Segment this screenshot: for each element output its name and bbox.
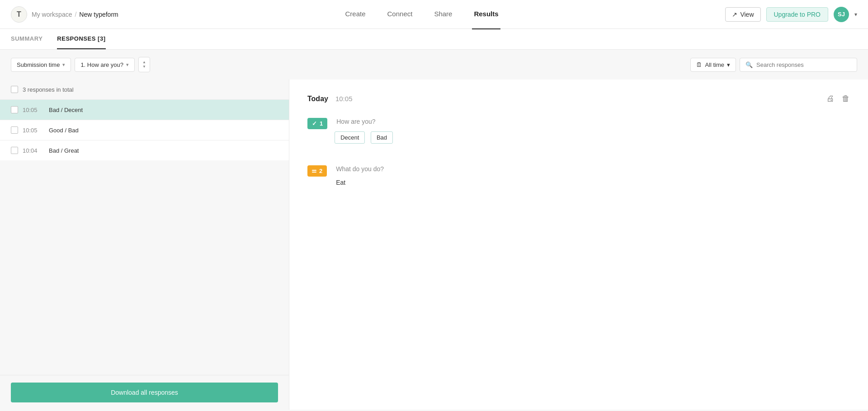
response-row[interactable]: 10:05 Good / Bad [0,120,289,140]
answer-text-eat: Eat [336,179,384,186]
badge-number-2: 2 [319,168,322,174]
main-split: 3 responses in total 10:05 Bad / Decent … [0,79,868,410]
breadcrumb-sep: / [75,11,76,18]
question-chevron-icon: ▾ [126,62,129,68]
search-input[interactable] [756,61,847,68]
badge-number-1: 1 [320,120,323,127]
response-checkbox-2[interactable] [11,126,18,134]
search-icon: 🔍 [745,61,753,68]
date-filter-button[interactable]: 🗓 All time ▾ [690,58,736,72]
responses-header: 3 responses in total [0,79,289,99]
submission-time-filter[interactable]: Submission time ▾ [11,58,71,72]
answer-tag-bad: Bad [371,131,393,144]
tab-summary[interactable]: Summary [11,29,42,49]
question-block-1: ✓ 1 How are you? Decent Bad [307,118,850,147]
filter-bar: Submission time ▾ 1. How are you? ▾ ▲ ▼ … [0,50,868,79]
left-bottom: Download all responses [0,375,289,410]
upgrade-button[interactable]: Upgrade to PRO [766,7,829,22]
answer-tag-decent: Decent [335,131,365,144]
question-block-2: 2 What do you do? Eat [307,165,850,186]
print-button[interactable]: 🖨 [826,94,835,103]
external-link-icon: ↗ [732,11,737,18]
app-logo: T [11,6,27,23]
delete-button[interactable]: 🗑 [842,94,850,103]
tabs-bar: Summary Responses [3] [0,29,868,50]
view-button[interactable]: ↗ View [725,7,760,22]
response-value-1: Bad / Decent [49,107,83,113]
left-panel: 3 responses in total 10:05 Bad / Decent … [0,79,289,410]
nav-share[interactable]: Share [432,0,454,29]
date-chevron-icon: ▾ [727,61,730,68]
date-filter-label: All time [705,61,724,68]
question-badge-1: ✓ 1 [307,118,327,129]
response-row[interactable]: 10:04 Bad / Great [0,140,289,160]
question-filter[interactable]: 1. How are you? ▾ [75,58,135,72]
calendar-icon: 🗓 [696,61,702,68]
nav-connect[interactable]: Connect [386,0,415,29]
detail-actions: 🖨 🗑 [826,94,850,103]
download-all-button[interactable]: Download all responses [11,383,278,402]
responses-count: 3 responses in total [23,86,74,93]
select-all-checkbox[interactable] [11,86,18,93]
form-title: New typeform [79,11,118,18]
question-text-2: What do you do? [336,165,384,173]
question-badge-2: 2 [307,165,327,177]
right-panel: Today 10:05 🖨 🗑 ✓ 1 [289,79,868,410]
main-nav: Create Connect Share Results [118,0,726,29]
response-time-2: 10:05 [23,127,44,134]
topnav-right-actions: ↗ View Upgrade to PRO SJ ▾ [725,7,857,22]
nav-results[interactable]: Results [472,0,500,29]
response-row[interactable]: 10:05 Bad / Decent [0,99,289,120]
sort-arrows-button[interactable]: ▲ ▼ [138,57,150,72]
avatar-chevron-icon[interactable]: ▾ [854,11,857,18]
tab-responses[interactable]: Responses [3] [57,29,105,49]
response-detail-time: 10:05 [335,95,353,103]
submission-time-label: Submission time [17,61,60,68]
question-answers-1: Decent Bad [335,131,396,147]
sort-up-icon: ▲ [142,61,146,64]
avatar[interactable]: SJ [834,7,849,22]
content-area: Submission time ▾ 1. How are you? ▾ ▲ ▼ … [0,50,868,410]
response-value-3: Bad / Great [49,147,79,154]
top-navigation: T My workspace / New typeform Create Con… [0,0,868,29]
question-filter-label: 1. How are you? [80,61,123,68]
response-time-1: 10:05 [23,107,44,113]
nav-create[interactable]: Create [344,0,368,29]
response-checkbox-3[interactable] [11,147,18,154]
question-text-1: How are you? [336,118,396,125]
response-detail-header: Today 10:05 🖨 🗑 [307,94,850,103]
submission-time-chevron-icon: ▾ [62,62,65,68]
response-checkbox-1[interactable] [11,106,18,113]
workspace-label[interactable]: My workspace [32,11,72,18]
response-detail-date: Today [307,95,328,103]
response-value-2: Good / Bad [49,127,79,134]
lines-icon [312,170,316,173]
search-box[interactable]: 🔍 [740,58,857,72]
check-icon: ✓ [312,120,317,127]
print-icon: 🖨 [826,94,835,103]
breadcrumb: My workspace / New typeform [32,11,118,18]
trash-icon: 🗑 [842,94,850,103]
response-time-3: 10:04 [23,147,44,154]
sort-down-icon: ▼ [142,65,146,69]
